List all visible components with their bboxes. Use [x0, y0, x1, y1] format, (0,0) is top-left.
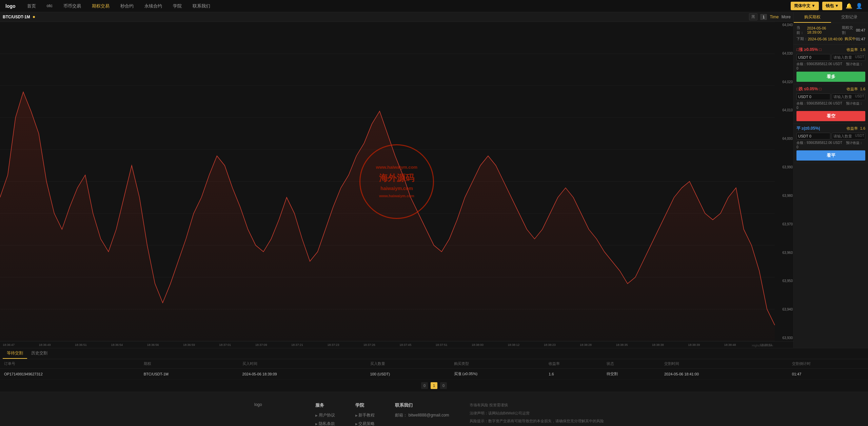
- flat-inputs: USDT: [796, 133, 865, 140]
- flat-yield-val: 1.6: [860, 126, 865, 130]
- nav-options[interactable]: 期权交易: [91, 3, 111, 9]
- x-label: 18:36:51: [75, 343, 87, 347]
- fall-sell-btn[interactable]: 看空: [796, 111, 865, 121]
- row-period: BTC/USDT-1M: [140, 369, 238, 379]
- col-order-id: 订单号: [0, 359, 140, 369]
- navbar: logo 首页 otc 币币交易 期权交易 秒合约 永续合约 学院 联系我们 简…: [0, 0, 868, 12]
- row-delivery-time: 2024-05-06 18:41:00: [660, 369, 788, 379]
- academy-link-0[interactable]: 新手教程: [358, 413, 375, 418]
- nav-spot[interactable]: 币币交易: [62, 3, 82, 9]
- nav-home[interactable]: 首页: [26, 3, 37, 9]
- footer-logo: logo: [254, 402, 295, 407]
- lang-button[interactable]: 简体中文 ▼: [791, 2, 819, 10]
- right-panel: 购买期权 交割记录 当前： 2024-05-06 18:39:00 期权交割 0…: [793, 12, 868, 348]
- x-label: 18:36:54: [111, 343, 123, 347]
- col-amount: 买入数量: [366, 359, 450, 369]
- fall-balance: 余额：93663585812.06 USDT 预计收益： 0: [796, 101, 865, 110]
- x-label: 18:38:23: [544, 343, 556, 347]
- page-next[interactable]: 0: [440, 382, 447, 389]
- service-link-1[interactable]: 隐私条款: [319, 421, 335, 426]
- x-label: 18:37:01: [219, 343, 231, 347]
- fall-usdt-input[interactable]: [796, 93, 830, 100]
- nav-academy[interactable]: 学院: [172, 3, 183, 9]
- tab-delivery-history[interactable]: 交割记录: [831, 12, 868, 23]
- nav-logo: logo: [5, 3, 16, 9]
- row-buy-time: 2024-05-06 18:39:09: [238, 369, 366, 379]
- user-icon[interactable]: 👤: [856, 3, 863, 9]
- flat-amount-input-wrap: USDT: [832, 133, 866, 140]
- nav-otc[interactable]: otc: [45, 3, 54, 9]
- legal-notice: 法律声明：该网站由BitWell公司运营: [470, 410, 604, 416]
- next-period-row: 下期： 2024-05-06 18:40:00 购买中 01:47: [796, 36, 865, 41]
- tab-pending-orders[interactable]: 等待交割: [3, 348, 27, 359]
- bell-icon[interactable]: 🔔: [846, 3, 852, 9]
- x-label: 18:38:12: [508, 343, 519, 347]
- col-type: 购买类型: [450, 359, 545, 369]
- tab-buy-options[interactable]: 购买期权: [794, 12, 831, 23]
- service-link-0[interactable]: 用户协议: [319, 413, 335, 418]
- time-button[interactable]: Time: [770, 15, 778, 19]
- fall-trade-box: □跌 ≤0.05% □ 收益率 1.6 USDT 余额：93663585812.…: [794, 84, 868, 124]
- x-axis-labels: 18:36:4718:36:4918:36:5118:36:5418:36:56…: [3, 343, 791, 347]
- view-num-btn[interactable]: 1: [760, 14, 767, 20]
- rise-direction: □涨 ≥0.05% □: [796, 47, 822, 53]
- rise-trade-box: □涨 ≥0.05% □ 收益率 1.6 USDT 余额：93663585812.…: [794, 45, 868, 84]
- y-axis-labels: 64,04064,03064,02064,01064,00063,99063,9…: [775, 22, 793, 341]
- y-label: 63,940: [775, 308, 793, 311]
- x-label: 18:38:48: [724, 343, 736, 347]
- risk-title: 市场有风险 投资需谨慎: [470, 402, 604, 408]
- flat-btn[interactable]: 看平: [796, 150, 865, 161]
- current-time: 2024-05-06 18:39:00: [807, 26, 840, 34]
- more-button[interactable]: More: [782, 15, 791, 19]
- table-row: OP1714991949627312 BTC/USDT-1M 2024-05-0…: [0, 369, 868, 379]
- page-1[interactable]: 1: [431, 382, 437, 389]
- rise-buy-btn[interactable]: 看多: [796, 72, 865, 82]
- flat-title: 平 ≥|±0.05%| 收益率 1.6: [796, 126, 865, 131]
- row-amount: 100 (USDT): [366, 369, 450, 379]
- tab-history-orders[interactable]: 历史交割: [27, 348, 52, 359]
- list-item: 新手教程: [355, 412, 375, 418]
- contact-title: 联系我们: [395, 402, 449, 408]
- y-label: 63,930: [775, 336, 793, 340]
- y-label: 63,950: [775, 279, 793, 283]
- footer-risk-col: 市场有风险 投资需谨慎 法律声明：该网站由BitWell公司运营 风险提示：数字…: [470, 402, 604, 426]
- rise-yield-val: 1.6: [860, 48, 865, 52]
- x-label: 18:37:51: [436, 343, 448, 347]
- y-label: 64,000: [775, 137, 793, 141]
- y-label: 63,970: [775, 222, 793, 226]
- wallet-button[interactable]: 钱包 ▼: [822, 2, 842, 10]
- row-type: 买涨 (≥0.05%): [450, 369, 545, 379]
- nav-contact[interactable]: 联系我们: [191, 3, 212, 9]
- rise-usdt-input[interactable]: [796, 54, 830, 61]
- orders-tbody: OP1714991949627312 BTC/USDT-1M 2024-05-0…: [0, 369, 868, 379]
- nav-second[interactable]: 秒合约: [119, 3, 135, 9]
- row-order-id: OP1714991949627312: [0, 369, 140, 379]
- flat-usdt-input[interactable]: [796, 133, 830, 140]
- orders-area: 等待交割 历史交割 订单号 期权 买入时间 买入数量 购买类型 收益率 状态 交…: [0, 348, 868, 392]
- view-black-btn[interactable]: 黑: [749, 13, 757, 20]
- x-label: 18:38:00: [472, 343, 484, 347]
- col-buy-time: 买入时间: [238, 359, 366, 369]
- row-countdown: 01:47: [788, 369, 868, 379]
- y-label: 64,020: [775, 80, 793, 84]
- period-info: 当前： 2024-05-06 18:39:00 期权交割 00:47 下期： 2…: [794, 23, 868, 45]
- email-label: 邮箱：: [395, 413, 407, 418]
- email-val: bitwell888@gmail.com: [408, 413, 449, 418]
- main-area: BTC/USDT-1M 黑 1 Time More www.haiwaiym.c…: [0, 12, 868, 348]
- x-label: 18:37:26: [363, 343, 375, 347]
- col-status: 状态: [603, 359, 660, 369]
- fall-amount-input-wrap: USDT: [832, 93, 866, 100]
- fall-unit: USDT: [855, 94, 864, 98]
- x-label: 18:38:38: [652, 343, 664, 347]
- row-status: 待交割: [603, 369, 660, 379]
- highcharts-credit: Highcharts.com: [752, 344, 773, 347]
- x-label: 18:38:39: [688, 343, 700, 347]
- academy-link-1[interactable]: 交易策略: [358, 421, 375, 426]
- page-prev[interactable]: 0: [421, 382, 428, 389]
- col-delivery-time: 交割时间: [660, 359, 788, 369]
- pagination: 0 1 0: [0, 379, 868, 392]
- nav-perpetual[interactable]: 永续合约: [143, 3, 163, 9]
- x-label: 18:36:59: [183, 343, 195, 347]
- orders-tabs: 等待交割 历史交割: [0, 348, 868, 359]
- footer: logo 服务 用户协议 隐私条款 法律声明 关于我们 学院 新手教程 交易策略…: [0, 392, 868, 426]
